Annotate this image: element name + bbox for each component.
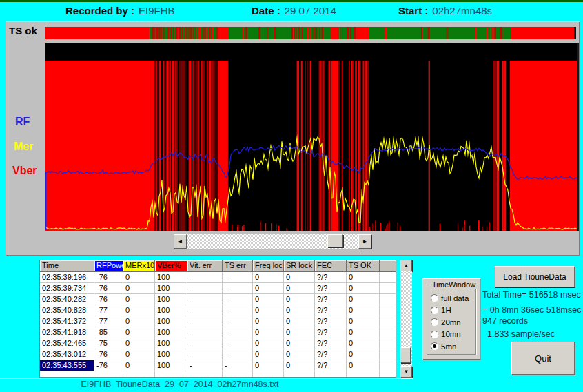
table-cell[interactable]: - <box>223 316 253 327</box>
radio-option-20mn[interactable]: 20mn <box>431 316 475 329</box>
table-cell[interactable]: 0 <box>253 316 284 327</box>
table-cell[interactable]: 100 <box>155 349 187 360</box>
table-cell[interactable]: 0 <box>347 316 380 327</box>
table-cell[interactable]: ?/? <box>315 360 347 371</box>
table-cell[interactable]: 100 <box>155 360 187 371</box>
table-cell[interactable]: -76 <box>94 272 123 283</box>
table-cell[interactable]: 0 <box>123 272 155 283</box>
table-cell[interactable]: -76 <box>94 360 123 371</box>
table-cell[interactable]: - <box>187 305 223 316</box>
plot-horizontal-scrollbar[interactable]: ◄ ► <box>174 234 371 249</box>
table-cell[interactable]: -76 <box>94 283 123 294</box>
table-cell[interactable]: ?/? <box>315 294 347 305</box>
table-cell[interactable]: 02:35:43:555 <box>40 360 94 371</box>
table-cell[interactable]: - <box>187 316 223 327</box>
table-cell[interactable]: - <box>187 338 223 349</box>
table-cell[interactable]: 02:35:41:372 <box>40 316 94 327</box>
table-cell[interactable]: 100 <box>155 283 187 294</box>
table-cell[interactable]: 0 <box>284 316 315 327</box>
table-cell[interactable]: -85 <box>94 327 123 338</box>
table-cell[interactable]: 100 <box>155 305 187 316</box>
table-cell[interactable]: 02:35:39:196 <box>40 272 94 283</box>
table-row[interactable]: 02:35:41:372-770100--00?/?0 <box>40 316 396 327</box>
table-cell[interactable]: 0 <box>253 283 284 294</box>
table-vertical-scrollbar[interactable]: ▲ ▼ <box>400 260 412 378</box>
table-cell[interactable]: 0 <box>284 327 315 338</box>
table-cell[interactable]: 0 <box>123 349 155 360</box>
table-cell[interactable]: 02:35:40:828 <box>40 305 94 316</box>
load-tiounedata-button[interactable]: Load TiouneData <box>495 266 575 287</box>
table-cell[interactable]: 100 <box>155 272 187 283</box>
table-cell[interactable]: 02:35:43:012 <box>40 349 94 360</box>
table-cell[interactable]: 0 <box>284 305 315 316</box>
table-row[interactable]: 02:35:40:828-770100--00?/?0 <box>40 305 396 316</box>
quit-button[interactable]: Quit <box>511 342 575 375</box>
table-cell[interactable]: - <box>223 294 253 305</box>
table-row[interactable]: 02:35:43:012-760100--00?/?0 <box>40 349 396 360</box>
table-cell[interactable]: - <box>187 283 223 294</box>
table-cell[interactable]: - <box>223 349 253 360</box>
table-cell[interactable]: 0 <box>284 294 315 305</box>
table-cell[interactable]: 0 <box>253 338 284 349</box>
table-cell[interactable]: 0 <box>253 360 284 371</box>
table-cell[interactable]: 0 <box>347 360 380 371</box>
table-cell[interactable]: 0 <box>347 294 380 305</box>
hscroll-track[interactable] <box>187 234 358 249</box>
table-cell[interactable]: 0 <box>123 327 155 338</box>
radio-button-icon[interactable] <box>431 307 438 314</box>
table-row[interactable]: 02:35:43:555-760100--00?/?0 <box>40 360 396 371</box>
table-cell[interactable]: ?/? <box>315 316 347 327</box>
table-cell[interactable]: 0 <box>123 294 155 305</box>
table-cell[interactable]: 0 <box>253 349 284 360</box>
table-cell[interactable]: 02:35:42:465 <box>40 338 94 349</box>
radio-button-icon[interactable] <box>431 331 438 338</box>
scroll-right-button[interactable]: ► <box>358 234 371 249</box>
table-row[interactable]: 02:35:39:734-760100--00?/?0 <box>40 283 396 294</box>
table-cell[interactable]: 0 <box>253 272 284 283</box>
table-row[interactable]: 02:35:39:196-760100--00?/?0 <box>40 272 396 283</box>
hscroll-thumb[interactable] <box>327 234 343 247</box>
table-cell[interactable]: 0 <box>347 338 380 349</box>
radio-option-5mn[interactable]: 5mn <box>431 340 475 353</box>
table-cell[interactable]: - <box>223 327 253 338</box>
table-cell[interactable]: - <box>223 360 253 371</box>
table-cell[interactable]: 02:35:39:734 <box>40 283 94 294</box>
table-cell[interactable]: 02:35:40:282 <box>40 294 94 305</box>
table-cell[interactable]: - <box>223 338 253 349</box>
table-cell[interactable]: 02:35:41:918 <box>40 327 94 338</box>
table-cell[interactable]: 0 <box>284 272 315 283</box>
table-cell[interactable]: 0 <box>347 283 380 294</box>
table-cell[interactable]: - <box>223 305 253 316</box>
table-cell[interactable]: 100 <box>155 338 187 349</box>
table-cell[interactable]: 0 <box>347 272 380 283</box>
table-cell[interactable]: - <box>187 349 223 360</box>
vscroll-track[interactable] <box>400 271 412 366</box>
table-cell[interactable]: 0 <box>284 360 315 371</box>
radio-button-icon[interactable] <box>431 342 438 350</box>
table-cell[interactable]: - <box>223 272 253 283</box>
table-cell[interactable]: 0 <box>123 283 155 294</box>
table-cell[interactable]: - <box>187 294 223 305</box>
table-cell[interactable]: -76 <box>94 349 123 360</box>
table-row[interactable]: 02:35:40:282-760100--00?/?0 <box>40 294 396 305</box>
table-cell[interactable]: - <box>223 283 253 294</box>
table-cell[interactable]: 0 <box>123 338 155 349</box>
table-cell[interactable]: ?/? <box>315 338 347 349</box>
radio-option-full-data[interactable]: full data <box>431 292 475 305</box>
table-cell[interactable]: 100 <box>155 316 187 327</box>
table-cell[interactable]: 0 <box>284 338 315 349</box>
table-cell[interactable]: 100 <box>155 327 187 338</box>
scroll-up-button[interactable]: ▲ <box>400 260 412 271</box>
table-cell[interactable]: ?/? <box>315 327 347 338</box>
table-cell[interactable]: ?/? <box>315 349 347 360</box>
table-cell[interactable]: 0 <box>284 349 315 360</box>
scroll-down-button[interactable]: ▼ <box>400 366 412 378</box>
table-row[interactable]: 02:35:41:918-850100--00?/?0 <box>40 327 396 338</box>
table-cell[interactable]: -75 <box>94 338 123 349</box>
table-cell[interactable]: 0 <box>284 283 315 294</box>
radio-button-icon[interactable] <box>431 318 438 326</box>
radio-option-1h[interactable]: 1H <box>431 305 475 317</box>
radio-option-10mn[interactable]: 10mn <box>431 329 475 341</box>
table-cell[interactable]: -77 <box>94 305 123 316</box>
table-cell[interactable]: 0 <box>123 360 155 371</box>
